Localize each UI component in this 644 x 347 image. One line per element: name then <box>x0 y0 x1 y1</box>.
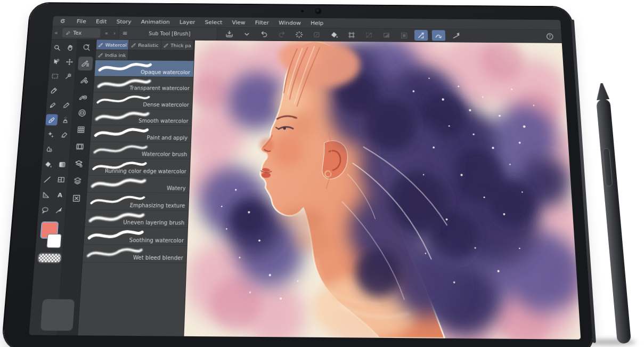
brush-list-item[interactable]: Watercolor brush <box>89 142 191 159</box>
selection-marquee-icon <box>51 72 60 80</box>
balloon-icon <box>40 206 50 214</box>
tool-button[interactable] <box>53 205 66 216</box>
s-pen-stylus <box>596 99 631 344</box>
tool-button[interactable] <box>58 129 70 140</box>
move-icon <box>65 58 74 66</box>
tool-button[interactable] <box>42 159 55 171</box>
brush-list-item[interactable]: Soothing watercolor <box>84 227 188 245</box>
palette-dock-button[interactable] <box>77 73 92 87</box>
palette-dock-button[interactable] <box>75 106 90 120</box>
palette-dock-button[interactable] <box>76 89 91 103</box>
menu-item[interactable]: Help <box>306 20 328 26</box>
palette-dock-button[interactable] <box>73 123 88 137</box>
palette-dock-button[interactable] <box>71 156 87 171</box>
menu-item[interactable]: Layer <box>175 19 200 25</box>
hand-icon <box>66 44 75 52</box>
tool-button[interactable] <box>49 71 61 82</box>
menu-item[interactable]: Select <box>200 19 227 26</box>
brush-list-item[interactable]: Dense watercolor <box>92 92 192 109</box>
transparent-color-swatch[interactable] <box>37 253 62 263</box>
brush-list-item[interactable]: Wet bleed blender <box>83 245 187 263</box>
tool-button[interactable] <box>45 114 58 125</box>
brush-list-item[interactable]: Opaque watercolor <box>94 60 193 77</box>
tool-button[interactable] <box>54 189 67 201</box>
menu-item[interactable]: Animation <box>136 19 175 25</box>
brush-list-item[interactable]: Smooth watercolor <box>91 109 192 126</box>
command-bar-button[interactable] <box>379 30 393 41</box>
brush-list-item[interactable]: Transparent watercolor <box>93 76 193 93</box>
text-icon <box>55 191 64 199</box>
command-bar-button[interactable] <box>362 29 376 40</box>
canvas-area[interactable] <box>184 41 581 340</box>
tool-button[interactable] <box>44 129 56 140</box>
tool-button[interactable] <box>60 100 72 111</box>
command-bar-button[interactable] <box>275 29 288 39</box>
menu-item[interactable]: View <box>227 19 250 26</box>
frame-border-icon <box>347 30 355 39</box>
command-bar-button[interactable] <box>240 29 254 39</box>
tool-button[interactable] <box>51 42 63 53</box>
subtool-group-tab[interactable]: Watercol <box>96 39 129 50</box>
tool-tab[interactable]: Tex <box>62 28 100 38</box>
subtool-group-tab[interactable]: India ink <box>95 50 128 61</box>
product-photo-scene: FileEditStoryAnimationLayerSelectViewFil… <box>0 0 644 347</box>
menu-item[interactable]: Window <box>274 20 306 26</box>
tool-button[interactable] <box>56 159 68 171</box>
brush-name: Paint and apply <box>146 134 188 140</box>
palette-dock-button[interactable] <box>78 57 93 70</box>
material-icon <box>71 193 81 203</box>
brush-list-item[interactable]: Paint and apply <box>90 125 191 143</box>
brush-stroke-preview <box>88 176 149 191</box>
tool-button[interactable] <box>55 174 68 185</box>
brush-list: Opaque watercolor Transparent watercolor… <box>78 60 193 336</box>
palette-dock-button[interactable] <box>70 174 86 189</box>
subtool-group-tab[interactable]: Thick pa <box>161 40 194 51</box>
workspace: WatercolRealisticThick paIndia ink Opaqu… <box>29 39 581 340</box>
command-bar-button[interactable] <box>309 29 323 40</box>
tool-button[interactable] <box>62 71 75 82</box>
stylus-button <box>602 148 613 187</box>
panel-menu-icon[interactable]: ≡ <box>122 30 127 37</box>
palette-dock-button[interactable] <box>79 41 94 54</box>
rotate-view-icon <box>81 43 92 52</box>
tool-button[interactable] <box>47 100 59 111</box>
command-bar-button[interactable] <box>397 30 410 41</box>
command-bar-button[interactable] <box>432 30 446 41</box>
tool-button[interactable] <box>38 204 51 216</box>
command-bar-button[interactable] <box>257 29 271 39</box>
command-bar-button[interactable] <box>222 28 236 39</box>
menu-item[interactable]: Filter <box>250 19 274 26</box>
correct-line-width-icon <box>452 31 461 40</box>
brush-list-item[interactable]: Running color edge watercolor <box>88 158 190 176</box>
menu-item[interactable]: Edit <box>91 18 112 25</box>
tool-button[interactable] <box>43 144 55 155</box>
brush-list-item[interactable]: Uneven layering brush <box>85 210 188 228</box>
tool-button[interactable] <box>50 57 62 67</box>
tool-button[interactable] <box>59 114 71 125</box>
panel-forward-chevron[interactable]: › <box>110 30 119 36</box>
command-bar-button[interactable] <box>543 31 557 42</box>
tool-button[interactable] <box>40 189 53 201</box>
tool-button[interactable] <box>41 174 54 185</box>
frame-icon <box>56 175 66 184</box>
brush-list-item[interactable]: Emphasizing texture <box>86 192 189 211</box>
palette-dock-button[interactable] <box>68 191 84 206</box>
command-bar-button[interactable] <box>449 30 463 41</box>
panel-back-chevron[interactable]: « <box>102 30 111 36</box>
command-bar-button[interactable] <box>414 30 428 41</box>
ruler-icon <box>42 191 51 199</box>
sub-color-swatch[interactable] <box>46 234 61 248</box>
tool-button[interactable] <box>48 85 60 96</box>
command-bar-button[interactable] <box>345 29 358 40</box>
collapse-panel-chevron[interactable]: « <box>52 29 60 36</box>
command-bar-button[interactable] <box>327 29 340 40</box>
clear-icon <box>312 30 321 39</box>
tool-button[interactable] <box>63 57 76 67</box>
menu-item[interactable]: File <box>72 18 92 25</box>
menu-item[interactable]: Story <box>111 18 136 25</box>
brush-list-item[interactable]: Watery <box>87 175 189 193</box>
command-bar-button[interactable] <box>292 29 306 39</box>
subtool-group-tab[interactable]: Realistic <box>128 40 161 51</box>
palette-dock-button[interactable] <box>72 139 88 154</box>
tool-button[interactable] <box>64 42 77 53</box>
